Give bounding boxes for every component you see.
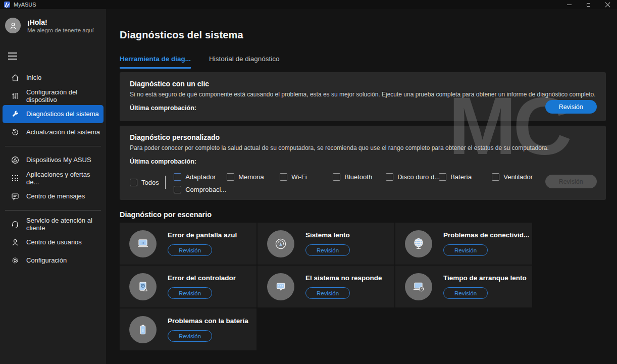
title-bar: MyASUS	[0, 0, 617, 9]
checkbox-icon	[174, 186, 181, 193]
svg-text:!: !	[142, 328, 144, 333]
checkbox-icon	[333, 173, 340, 181]
myasus-logo-icon	[4, 2, 10, 8]
globe-icon	[411, 236, 426, 251]
checkbox-icon	[280, 173, 287, 181]
sidebar-item-actualizacion-sistema[interactable]: Actualización del sistema	[3, 123, 104, 141]
slow-boot-icon	[411, 279, 426, 294]
minimize-icon	[567, 5, 572, 5]
devices-icon	[11, 155, 20, 165]
headset-icon	[11, 220, 20, 229]
sidebar-item-centro-mensajes[interactable]: Centro de mensajes	[3, 187, 104, 205]
minimize-button[interactable]	[559, 0, 579, 9]
greeting-title: ¡Hola!	[27, 18, 94, 26]
sidebar-item-dispositivos-myasus[interactable]: Dispositivos My ASUS	[3, 151, 104, 169]
scenario-grid: :( Error de pantalla azul Revisión Siste…	[120, 223, 606, 350]
not-responding-icon	[273, 279, 288, 294]
checkbox-memoria[interactable]: Memoria	[227, 171, 280, 182]
restore-button[interactable]	[579, 0, 598, 9]
one-click-diagnostic-card: Diagnóstico con un clic Si no está segur…	[120, 72, 606, 121]
sidebar-item-aplicaciones-ofertas[interactable]: Aplicaciones y ofertas de...	[3, 169, 104, 187]
checkbox-comprobacion[interactable]: Comprobaci...	[174, 184, 227, 195]
driver-error-icon	[135, 279, 150, 294]
scenario-tile-sistema-lento: Sistema lento Revisión	[258, 223, 394, 265]
checkbox-icon	[227, 173, 234, 181]
person-icon	[11, 238, 20, 247]
sidebar-divider	[5, 210, 101, 211]
checkbox-disco-duro[interactable]: Disco duro d...	[386, 171, 439, 182]
scenario-revision-button[interactable]: Revisión	[168, 244, 212, 256]
avatar[interactable]	[5, 18, 21, 33]
home-icon	[11, 73, 20, 82]
checkbox-icon	[386, 173, 393, 181]
scenario-tile-no-responde: El sistema no responde Revisión	[258, 266, 394, 307]
close-icon	[605, 2, 610, 7]
sidebar: ¡Hola! Me alegro de tenerte aquí Inicio …	[0, 9, 106, 364]
apps-grid-icon	[11, 174, 20, 183]
checkbox-todos[interactable]: Todos	[130, 177, 159, 188]
tab-bar: Herramienta de diag... Historial de diag…	[120, 55, 606, 69]
sidebar-item-diagnosticos-sistema[interactable]: Diagnósticos del sistema	[3, 105, 104, 123]
sidebar-item-inicio[interactable]: Inicio	[3, 69, 104, 87]
scenario-section-title: Diagnóstico por escenario	[120, 211, 606, 219]
checkbox-bluetooth[interactable]: Bluetooth	[333, 171, 386, 182]
user-greeting[interactable]: ¡Hola! Me alegro de tenerte aquí	[0, 18, 106, 33]
sidebar-divider	[5, 146, 101, 146]
checkbox-icon	[439, 173, 446, 181]
page-title: Diagnósticos del sistema	[120, 29, 606, 41]
close-button[interactable]	[598, 0, 617, 9]
wrench-icon	[11, 110, 20, 119]
tab-historial-diagnostico[interactable]: Historial de diagnóstico	[209, 55, 280, 69]
svg-text::(: :(	[141, 241, 145, 244]
sidebar-item-configuracion-dispositivo[interactable]: Configuración del dispositivo	[3, 87, 104, 105]
card-title: Diagnóstico con un clic	[130, 80, 596, 88]
last-check-label: Última comprobación:	[130, 105, 596, 112]
battery-icon: !	[135, 322, 150, 337]
card-title: Diagnóstico personalizado	[130, 133, 596, 141]
scenario-revision-button[interactable]: Revisión	[443, 244, 488, 256]
checkbox-icon	[130, 179, 137, 186]
one-click-revision-button[interactable]: Revisión	[545, 100, 597, 114]
message-icon	[11, 192, 20, 201]
speedometer-icon	[273, 236, 288, 251]
sidebar-item-centro-usuarios[interactable]: Centro de usuarios	[3, 233, 104, 251]
blue-screen-icon: :(	[135, 236, 150, 251]
scenario-revision-button[interactable]: Revisión	[443, 287, 488, 299]
scenario-revision-button[interactable]: Revisión	[168, 330, 212, 342]
component-checkbox-group: Todos Adaptador Comprobaci... Memoria	[130, 171, 596, 195]
scenario-revision-button[interactable]: Revisión	[168, 287, 212, 299]
sliders-icon	[11, 91, 20, 100]
scenario-tile-pantalla-azul: :( Error de pantalla azul Revisión	[120, 223, 256, 265]
checkbox-icon	[174, 173, 181, 181]
greeting-subtitle: Me alegro de tenerte aquí	[27, 27, 94, 33]
tab-herramienta-diagnostico[interactable]: Herramienta de diag...	[120, 55, 191, 69]
scenario-tile-error-controlador: Error del controlador Revisión	[120, 266, 256, 307]
gear-icon	[11, 256, 20, 265]
card-description: Para poder conocer por completo la salud…	[130, 144, 596, 151]
scenario-tile-bateria: ! Problemas con la batería Revisión	[120, 308, 256, 350]
card-description: Si no está seguro de qué componente está…	[130, 91, 596, 98]
scenario-revision-button[interactable]: Revisión	[305, 244, 350, 256]
sidebar-nav: Inicio Configuración del dispositivo Dia…	[0, 69, 106, 270]
custom-revision-button-disabled[interactable]: Revisión	[545, 175, 597, 188]
checkbox-group-separator	[165, 176, 166, 189]
custom-diagnostic-card: Diagnóstico personalizado Para poder con…	[120, 126, 606, 200]
hamburger-menu-icon[interactable]	[8, 53, 17, 60]
checkbox-adaptador[interactable]: Adaptador	[174, 171, 227, 182]
scenario-tile-arranque-lento: Tiempo de arranque lento Revisión	[395, 266, 532, 307]
scenario-revision-button[interactable]: Revisión	[305, 287, 350, 299]
checkbox-icon	[492, 173, 499, 181]
checkbox-wifi[interactable]: Wi-Fi	[280, 171, 333, 182]
scenario-tile-conectividad: Problemas de conectivid... Revisión	[395, 223, 532, 265]
checkbox-ventilador[interactable]: Ventilador	[492, 171, 545, 182]
restore-icon	[587, 3, 590, 7]
person-icon	[9, 21, 18, 30]
sidebar-item-servicio-atencion[interactable]: Servicio de atención al cliente	[3, 215, 104, 233]
sidebar-item-configuracion[interactable]: Configuración	[3, 251, 104, 270]
last-check-label: Última comprobación:	[130, 158, 596, 165]
main-content: Diagnósticos del sistema Herramienta de …	[106, 9, 617, 364]
checkbox-bateria[interactable]: Batería	[439, 171, 492, 182]
app-title: MyASUS	[14, 2, 36, 8]
update-icon	[11, 128, 20, 137]
